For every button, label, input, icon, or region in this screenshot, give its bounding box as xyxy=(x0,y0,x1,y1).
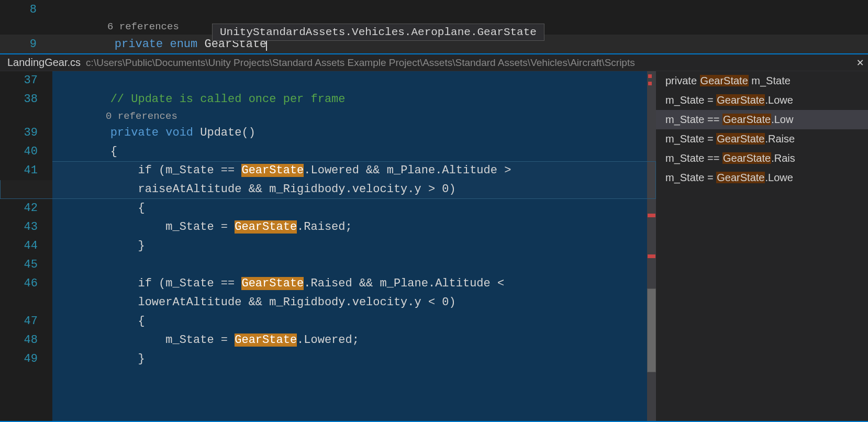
line-number: 48 xyxy=(0,331,52,350)
line-number: 8 xyxy=(0,3,52,16)
code-line[interactable]: 8 xyxy=(0,0,868,19)
code-text: m_State = GearState.Lowered; xyxy=(52,331,656,350)
line-number: 46 xyxy=(0,274,52,293)
code-text: { xyxy=(52,199,656,218)
line-number: 49 xyxy=(0,350,52,369)
code-text: if (m_State == GearState.Lowered && m_Pl… xyxy=(52,161,656,199)
reference-item[interactable]: m_State = GearState.Lowe xyxy=(656,91,868,110)
line-number: 9 xyxy=(0,38,52,51)
reference-item[interactable]: private GearState m_State xyxy=(656,71,868,91)
codelens[interactable]: 0 references xyxy=(0,109,656,124)
line-number: 42 xyxy=(0,199,52,218)
line-number: 44 xyxy=(0,237,52,256)
line-number: 45 xyxy=(0,256,52,274)
current-line[interactable]: 41 if (m_State == GearState.Lowered && m… xyxy=(0,161,656,199)
code-text: } xyxy=(52,237,656,256)
line-number: 38 xyxy=(0,90,52,109)
peek-references-pane: LandingGear.cs c:\Users\Public\Documents… xyxy=(0,53,868,422)
line-number: 43 xyxy=(0,218,52,237)
code-text: private void Update() xyxy=(52,124,656,142)
line-number: 41 xyxy=(0,161,52,180)
code-text: { xyxy=(52,142,656,161)
symbol-tooltip: UnityStandardAssets.Vehicles.Aeroplane.G… xyxy=(212,24,544,41)
reference-item[interactable]: m_State == GearState.Rais xyxy=(656,149,868,168)
peek-tab-filename[interactable]: LandingGear.cs xyxy=(0,57,86,69)
line-number: 47 xyxy=(0,312,52,331)
code-text: // Update is called once per frame xyxy=(52,90,656,109)
code-text: { xyxy=(52,312,656,331)
peek-tab-row: LandingGear.cs c:\Users\Public\Documents… xyxy=(0,54,868,71)
close-icon[interactable]: ✕ xyxy=(852,55,868,70)
definition-pane: 8 UnityStandardAssets.Vehicles.Aeroplane… xyxy=(0,0,868,53)
line-number: 37 xyxy=(0,71,52,90)
peek-code-viewer[interactable]: 37 38 // Update is called once per frame… xyxy=(0,71,656,421)
code-text: if (m_State == GearState.Raised && m_Pla… xyxy=(52,274,656,312)
line-number: 39 xyxy=(0,124,52,142)
line-number: 40 xyxy=(0,142,52,161)
reference-item[interactable]: m_State = GearState.Lowe xyxy=(656,168,868,187)
code-text: m_State = GearState.Raised; xyxy=(52,218,656,237)
code-text: } xyxy=(52,350,656,369)
reference-item[interactable]: m_State = GearState.Raise xyxy=(656,129,868,149)
reference-list[interactable]: private GearState m_Statem_State = GearS… xyxy=(656,71,868,421)
reference-item[interactable]: m_State == GearState.Low xyxy=(656,110,868,129)
peek-tab-path: c:\Users\Public\Documents\Unity Projects… xyxy=(86,57,852,69)
